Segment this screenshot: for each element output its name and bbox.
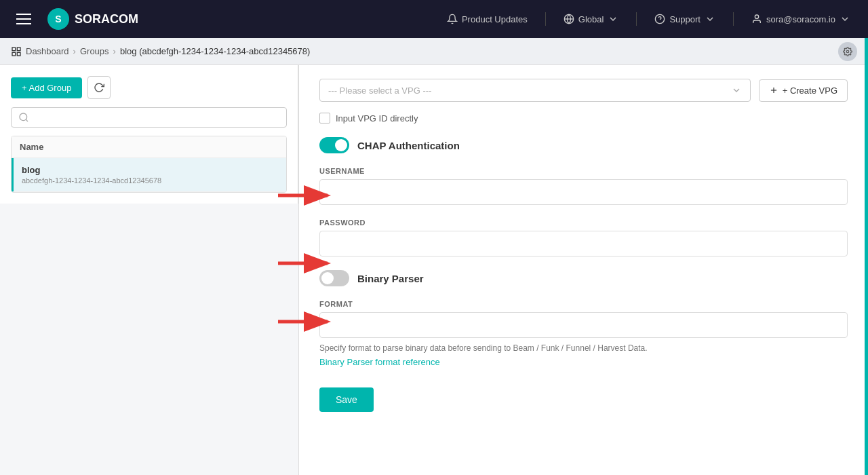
vpg-placeholder: --- Please select a VPG --- (328, 86, 431, 96)
format-input[interactable] (319, 312, 848, 338)
nav-divider-2 (636, 12, 637, 26)
settings-gear-button[interactable] (838, 42, 857, 61)
sidebar-actions: + Add Group (11, 76, 287, 99)
binary-parser-label: Binary Parser (357, 273, 424, 284)
sidebar: + Add Group Name blog abcdefgh-1234-1234… (0, 65, 298, 204)
logo-icon: S (47, 8, 69, 30)
chap-toggle[interactable] (319, 137, 349, 153)
binary-parser-toggle[interactable] (319, 270, 349, 286)
globe-icon (564, 14, 574, 24)
save-button[interactable]: Save (319, 387, 374, 412)
user-menu[interactable]: sora@soracom.io (745, 10, 857, 28)
breadcrumb-sep-1: › (73, 46, 76, 56)
refresh-icon (94, 82, 104, 93)
item-id: abcdefgh-1234-1234-1234-abcd12345678 (22, 176, 278, 185)
user-icon (751, 14, 762, 24)
chap-toggle-row: CHAP Authentication (319, 137, 848, 153)
password-input[interactable] (319, 231, 848, 256)
format-link[interactable]: Binary Parser format reference (319, 357, 848, 367)
create-vpg-label: + Create VPG (783, 86, 837, 96)
product-updates-label: Product Updates (462, 14, 528, 24)
gear-icon (843, 47, 852, 56)
add-group-button[interactable]: + Add Group (11, 77, 82, 98)
breadcrumb-bar: Dashboard › Groups › blog (abcdefgh-1234… (0, 38, 868, 65)
product-updates-link[interactable]: Product Updates (440, 10, 534, 28)
format-label: FORMAT (319, 300, 848, 308)
chap-label: CHAP Authentication (357, 140, 460, 151)
nav-divider-3 (733, 12, 734, 26)
refresh-button[interactable] (87, 76, 111, 99)
hamburger-menu[interactable] (11, 8, 37, 30)
breadcrumb-dashboard[interactable]: Dashboard (26, 46, 69, 56)
vpg-checkbox-row: Input VPG ID directly (319, 113, 848, 124)
create-vpg-button[interactable]: + Create VPG (759, 79, 848, 102)
svg-line-11 (26, 119, 28, 121)
svg-rect-6 (17, 48, 20, 51)
bell-icon (447, 14, 458, 24)
password-label: PASSWORD (319, 218, 848, 227)
support-menu[interactable]: Support (648, 10, 722, 28)
breadcrumb-groups[interactable]: Groups (80, 46, 109, 56)
vpg-id-checkbox[interactable] (319, 113, 330, 124)
global-label: Global (578, 14, 604, 24)
svg-rect-8 (12, 52, 16, 56)
svg-point-9 (846, 50, 849, 53)
binary-parser-toggle-row: Binary Parser (319, 270, 848, 286)
search-input[interactable] (35, 113, 279, 123)
list-item[interactable]: blog abcdefgh-1234-1234-1234-abcd1234567… (12, 158, 286, 192)
breadcrumb-current: blog (abcdefgh-1234-1234-1234-abcd123456… (120, 46, 310, 56)
vpg-select[interactable]: --- Please select a VPG --- (319, 79, 751, 102)
logo-text: SORACOM (75, 12, 138, 26)
svg-point-10 (20, 113, 27, 121)
vpg-row: --- Please select a VPG --- + Create VPG (319, 79, 848, 102)
search-box[interactable] (11, 107, 287, 128)
breadcrumb-sep-2: › (113, 46, 116, 56)
binary-parser-toggle-slider (319, 270, 349, 286)
username-field-group: USERNAME (319, 167, 848, 205)
chevron-down-icon-user (840, 14, 850, 24)
search-icon (18, 112, 29, 123)
chevron-down-icon-support (705, 14, 715, 24)
top-navigation: S SORACOM Product Updates Global Support… (0, 0, 868, 38)
password-field-group: PASSWORD (319, 218, 848, 256)
chevron-down-icon (608, 14, 618, 24)
main-layout: + Add Group Name blog abcdefgh-1234-1234… (0, 65, 868, 475)
username-label: USERNAME (319, 167, 848, 175)
nav-divider-1 (545, 12, 546, 26)
plus-icon (769, 86, 778, 95)
item-name: blog (22, 165, 278, 175)
format-hint: Specify format to parse binary data befo… (319, 343, 848, 353)
right-accent-bar (865, 38, 868, 475)
vpg-checkbox-label: Input VPG ID directly (336, 113, 418, 124)
sidebar-wrapper: + Add Group Name blog abcdefgh-1234-1234… (0, 65, 298, 475)
svg-rect-7 (17, 52, 20, 56)
group-list-header: Name (12, 136, 286, 158)
username-input[interactable] (319, 179, 848, 205)
global-menu[interactable]: Global (557, 10, 626, 28)
content-area: --- Please select a VPG --- + Create VPG… (299, 65, 868, 475)
svg-rect-5 (12, 48, 16, 51)
chap-toggle-slider (319, 137, 349, 153)
group-list: Name blog abcdefgh-1234-1234-1234-abcd12… (11, 136, 287, 193)
support-label: Support (669, 14, 701, 24)
support-icon (654, 14, 665, 24)
format-field-group: FORMAT Specify format to parse binary da… (319, 300, 848, 367)
dashboard-icon (11, 46, 22, 57)
user-label: sora@soracom.io (766, 14, 835, 24)
svg-point-4 (755, 15, 758, 18)
logo: S SORACOM (47, 8, 138, 30)
chevron-down-vpg-icon (731, 85, 742, 96)
